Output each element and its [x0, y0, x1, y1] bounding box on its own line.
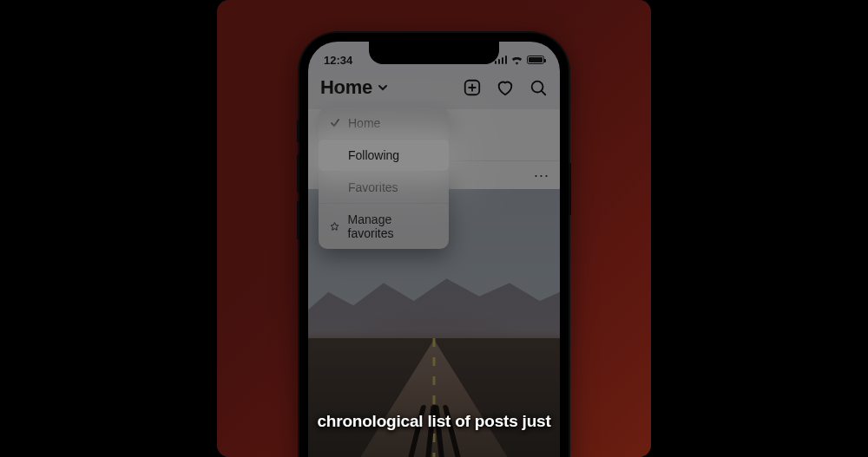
video-caption: chronological list of posts just	[317, 412, 550, 431]
status-icons	[495, 55, 545, 65]
notch	[369, 42, 499, 64]
dropdown-item-label: Manage favorites	[348, 212, 438, 240]
chevron-down-icon	[378, 82, 388, 93]
mountains-graphic	[308, 256, 560, 345]
media-card: 12:34 Home	[217, 0, 651, 457]
page-title: Home	[320, 76, 372, 99]
dropdown-item-favorites[interactable]: Favorites	[319, 171, 449, 203]
dropdown-item-label: Favorites	[348, 180, 398, 194]
header-actions	[463, 78, 548, 97]
phone-screen: 12:34 Home	[308, 42, 560, 457]
star-icon	[329, 221, 341, 232]
dropdown-item-label: Home	[348, 116, 380, 130]
post-more-button[interactable]: ···	[534, 167, 549, 183]
volume-up-button	[297, 154, 299, 193]
dropdown-item-following[interactable]: Following	[319, 139, 449, 171]
dropdown-item-label: Following	[348, 148, 399, 162]
status-time: 12:34	[324, 54, 352, 67]
power-button	[569, 163, 571, 215]
mute-switch	[297, 120, 299, 142]
volume-down-button	[297, 201, 299, 239]
phone-frame: 12:34 Home	[299, 33, 569, 457]
dropdown-item-manage-favorites[interactable]: Manage favorites	[319, 203, 449, 249]
dropdown-item-home[interactable]: Home	[319, 108, 449, 139]
feed-dropdown: Home Following Favorites Manage favorite…	[319, 108, 449, 249]
check-icon	[329, 118, 341, 128]
battery-icon	[527, 55, 544, 64]
feed-switcher-button[interactable]: Home	[320, 76, 388, 99]
search-icon[interactable]	[529, 78, 548, 97]
heart-icon[interactable]	[496, 78, 515, 97]
add-square-icon[interactable]	[463, 78, 482, 97]
app-header: Home	[308, 73, 560, 106]
wifi-icon	[510, 55, 523, 65]
